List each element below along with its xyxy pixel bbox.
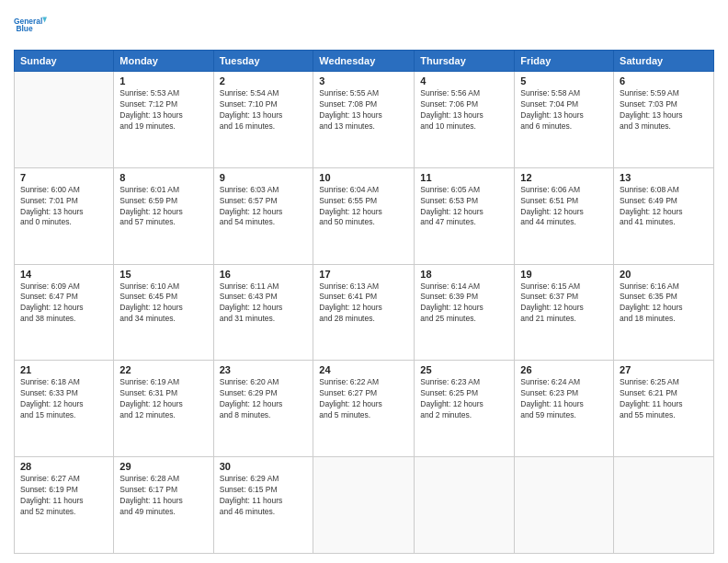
day-detail: Sunrise: 5:55 AMSunset: 7:08 PMDaylight:… [319,88,408,132]
day-detail: Sunrise: 6:16 AMSunset: 6:35 PMDaylight:… [620,282,708,326]
calendar-cell: 29Sunrise: 6:28 AMSunset: 6:17 PMDayligh… [114,457,213,554]
svg-text:Blue: Blue [16,24,33,33]
calendar-cell: 1Sunrise: 5:53 AMSunset: 7:12 PMDaylight… [114,72,213,168]
calendar-cell: 25Sunrise: 6:23 AMSunset: 6:25 PMDayligh… [415,361,515,457]
calendar-week-row: 1Sunrise: 5:53 AMSunset: 7:12 PMDaylight… [15,72,714,168]
calendar-day-header: Saturday [614,51,714,72]
day-number: 20 [620,269,708,280]
calendar-cell: 8Sunrise: 6:01 AMSunset: 6:59 PMDaylight… [114,167,213,264]
day-detail: Sunrise: 5:56 AMSunset: 7:06 PMDaylight:… [420,88,508,132]
calendar-cell [15,72,114,168]
day-detail: Sunrise: 6:05 AMSunset: 6:53 PMDaylight:… [420,185,508,229]
calendar-week-row: 28Sunrise: 6:27 AMSunset: 6:19 PMDayligh… [15,457,714,554]
calendar-day-header: Friday [515,51,614,72]
day-number: 26 [520,364,608,375]
day-detail: Sunrise: 6:14 AMSunset: 6:39 PMDaylight:… [420,282,508,326]
day-number: 29 [119,461,207,472]
day-number: 16 [220,269,308,280]
page-header: General Blue [14,9,714,42]
day-detail: Sunrise: 6:09 AMSunset: 6:47 PMDaylight:… [20,282,108,326]
calendar-cell: 12Sunrise: 6:06 AMSunset: 6:51 PMDayligh… [515,167,614,264]
calendar-cell: 27Sunrise: 6:25 AMSunset: 6:21 PMDayligh… [614,361,714,457]
day-number: 28 [20,461,108,472]
day-detail: Sunrise: 6:19 AMSunset: 6:31 PMDaylight:… [119,377,207,421]
calendar-cell: 26Sunrise: 6:24 AMSunset: 6:23 PMDayligh… [515,361,614,457]
calendar-cell: 23Sunrise: 6:20 AMSunset: 6:29 PMDayligh… [213,361,313,457]
day-detail: Sunrise: 6:25 AMSunset: 6:21 PMDaylight:… [620,377,708,421]
day-number: 25 [420,364,508,375]
calendar-cell: 3Sunrise: 5:55 AMSunset: 7:08 PMDaylight… [313,72,415,168]
calendar-cell: 16Sunrise: 6:11 AMSunset: 6:43 PMDayligh… [213,264,313,361]
day-number: 6 [620,75,708,86]
day-detail: Sunrise: 6:15 AMSunset: 6:37 PMDaylight:… [520,282,608,326]
day-number: 11 [420,172,508,183]
day-detail: Sunrise: 6:10 AMSunset: 6:45 PMDaylight:… [119,282,207,326]
calendar-cell: 11Sunrise: 6:05 AMSunset: 6:53 PMDayligh… [415,167,515,264]
day-detail: Sunrise: 6:06 AMSunset: 6:51 PMDaylight:… [520,185,608,229]
calendar-cell: 22Sunrise: 6:19 AMSunset: 6:31 PMDayligh… [114,361,213,457]
calendar-cell: 4Sunrise: 5:56 AMSunset: 7:06 PMDaylight… [415,72,515,168]
day-detail: Sunrise: 6:20 AMSunset: 6:29 PMDaylight:… [220,377,308,421]
day-number: 17 [319,269,408,280]
day-number: 8 [119,172,207,183]
calendar-cell [313,457,415,554]
day-number: 1 [119,75,207,86]
day-number: 13 [620,172,708,183]
calendar-header-row: SundayMondayTuesdayWednesdayThursdayFrid… [15,51,714,72]
calendar-cell: 28Sunrise: 6:27 AMSunset: 6:19 PMDayligh… [15,457,114,554]
calendar-cell: 10Sunrise: 6:04 AMSunset: 6:55 PMDayligh… [313,167,415,264]
calendar-cell: 15Sunrise: 6:10 AMSunset: 6:45 PMDayligh… [114,264,213,361]
day-detail: Sunrise: 6:08 AMSunset: 6:49 PMDaylight:… [620,185,708,229]
day-detail: Sunrise: 5:59 AMSunset: 7:03 PMDaylight:… [620,88,708,132]
calendar-cell: 13Sunrise: 6:08 AMSunset: 6:49 PMDayligh… [614,167,714,264]
day-number: 18 [420,269,508,280]
calendar-week-row: 14Sunrise: 6:09 AMSunset: 6:47 PMDayligh… [15,264,714,361]
day-detail: Sunrise: 6:29 AMSunset: 6:15 PMDaylight:… [220,474,308,518]
day-number: 27 [620,364,708,375]
day-detail: Sunrise: 6:03 AMSunset: 6:57 PMDaylight:… [220,185,308,229]
day-detail: Sunrise: 6:01 AMSunset: 6:59 PMDaylight:… [119,185,207,229]
calendar-cell: 20Sunrise: 6:16 AMSunset: 6:35 PMDayligh… [614,264,714,361]
day-number: 22 [119,364,207,375]
calendar-table: SundayMondayTuesdayWednesdayThursdayFrid… [14,50,714,554]
day-detail: Sunrise: 5:54 AMSunset: 7:10 PMDaylight:… [220,88,308,132]
day-number: 30 [220,461,308,472]
day-number: 3 [319,75,408,86]
day-number: 4 [420,75,508,86]
day-number: 23 [220,364,308,375]
day-detail: Sunrise: 6:28 AMSunset: 6:17 PMDaylight:… [119,474,207,518]
day-number: 14 [20,269,108,280]
calendar-cell [614,457,714,554]
calendar-cell: 19Sunrise: 6:15 AMSunset: 6:37 PMDayligh… [515,264,614,361]
calendar-day-header: Sunday [15,51,114,72]
calendar-cell: 5Sunrise: 5:58 AMSunset: 7:04 PMDaylight… [515,72,614,168]
calendar-week-row: 7Sunrise: 6:00 AMSunset: 7:01 PMDaylight… [15,167,714,264]
calendar-day-header: Thursday [415,51,515,72]
day-number: 21 [20,364,108,375]
day-number: 5 [520,75,608,86]
day-detail: Sunrise: 6:00 AMSunset: 7:01 PMDaylight:… [20,185,108,229]
calendar-cell: 2Sunrise: 5:54 AMSunset: 7:10 PMDaylight… [213,72,313,168]
day-number: 12 [520,172,608,183]
calendar-cell: 18Sunrise: 6:14 AMSunset: 6:39 PMDayligh… [415,264,515,361]
day-number: 19 [520,269,608,280]
calendar-cell: 24Sunrise: 6:22 AMSunset: 6:27 PMDayligh… [313,361,415,457]
day-number: 24 [319,364,408,375]
day-detail: Sunrise: 6:27 AMSunset: 6:19 PMDaylight:… [20,474,108,518]
svg-marker-2 [42,17,47,22]
day-detail: Sunrise: 6:18 AMSunset: 6:33 PMDaylight:… [20,377,108,421]
calendar-day-header: Wednesday [313,51,415,72]
day-detail: Sunrise: 6:23 AMSunset: 6:25 PMDaylight:… [420,377,508,421]
calendar-cell [415,457,515,554]
day-detail: Sunrise: 5:53 AMSunset: 7:12 PMDaylight:… [119,88,207,132]
logo-svg: General Blue [14,9,47,42]
calendar-cell: 14Sunrise: 6:09 AMSunset: 6:47 PMDayligh… [15,264,114,361]
day-detail: Sunrise: 6:11 AMSunset: 6:43 PMDaylight:… [220,282,308,326]
calendar-cell: 21Sunrise: 6:18 AMSunset: 6:33 PMDayligh… [15,361,114,457]
calendar-cell: 6Sunrise: 5:59 AMSunset: 7:03 PMDaylight… [614,72,714,168]
day-number: 9 [220,172,308,183]
calendar-cell: 9Sunrise: 6:03 AMSunset: 6:57 PMDaylight… [213,167,313,264]
day-detail: Sunrise: 6:22 AMSunset: 6:27 PMDaylight:… [319,377,408,421]
day-detail: Sunrise: 6:24 AMSunset: 6:23 PMDaylight:… [520,377,608,421]
day-detail: Sunrise: 5:58 AMSunset: 7:04 PMDaylight:… [520,88,608,132]
